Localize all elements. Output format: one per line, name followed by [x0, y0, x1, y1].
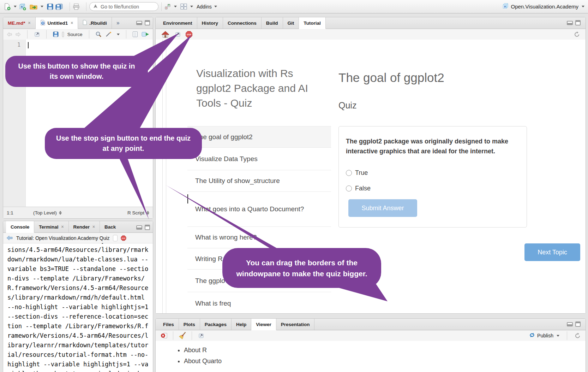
panes-layout-caret-icon[interactable]: [190, 6, 193, 7]
tab-untitled1[interactable]: R Untitled1 ×: [36, 17, 78, 29]
scope-updown-icon[interactable]: [59, 211, 62, 215]
maximize-pane-icon[interactable]: [575, 20, 581, 25]
topic-what-is-wrong[interactable]: What is wrong here?: [187, 227, 331, 248]
open-file-icon[interactable]: [30, 4, 37, 10]
maximize-pane-icon[interactable]: [145, 225, 150, 230]
viewer-clear-icon[interactable]: [161, 332, 168, 339]
topic-visualize-data-types[interactable]: Visualize Data Types: [187, 148, 331, 170]
minimize-pane-icon[interactable]: [136, 225, 142, 230]
tab-plots[interactable]: Plots: [179, 319, 200, 330]
tab-presentation[interactable]: Presentation: [276, 319, 315, 330]
tab-readme-close-icon[interactable]: ×: [28, 20, 31, 25]
tab-build[interactable]: Build: [262, 17, 283, 29]
viewer-link[interactable]: About Quarto: [184, 358, 586, 365]
tab-render[interactable]: Render ×: [69, 221, 100, 232]
tab-rbuildignore[interactable]: .Rbuildi: [78, 17, 112, 29]
tab-render-close-icon[interactable]: ×: [92, 224, 95, 229]
panes-layout-icon[interactable]: [180, 4, 187, 10]
viewer-broom-icon[interactable]: [179, 332, 186, 339]
tab-console[interactable]: Console: [6, 221, 34, 233]
tab-tutorial[interactable]: Tutorial: [299, 17, 326, 29]
save-icon[interactable]: [47, 4, 53, 10]
tab-background-jobs[interactable]: Back: [100, 221, 120, 232]
tutorial-scrollbar-track[interactable]: [162, 40, 163, 313]
tab-history[interactable]: History: [197, 17, 223, 29]
topic-quarto-document[interactable]: What goes into a Quarto Document?: [187, 192, 331, 227]
radio-true[interactable]: [346, 170, 352, 176]
tutorial-refresh-icon[interactable]: [574, 31, 580, 37]
minimize-pane-icon[interactable]: [567, 21, 573, 25]
save-doc-icon[interactable]: [53, 31, 59, 37]
tab-terminal[interactable]: Terminal ×: [34, 221, 68, 232]
console-output[interactable]: 4.5-arm64/Resources/library/rmarkdown/ls…: [3, 243, 153, 372]
tab-untitled1-close-icon[interactable]: ×: [71, 20, 73, 25]
goto-file-function-box[interactable]: [89, 2, 158, 11]
tab-viewer[interactable]: Viewer: [251, 319, 276, 330]
tab-files[interactable]: Files: [158, 319, 179, 330]
tab-git[interactable]: Git: [283, 17, 299, 29]
tutorial-popout-icon[interactable]: [174, 31, 181, 37]
minimize-pane-icon[interactable]: [136, 21, 142, 25]
maximize-pane-icon[interactable]: [575, 321, 581, 327]
new-file-icon[interactable]: [4, 3, 11, 10]
callout-stop-text: Use the stop sign button to end the quiz…: [55, 133, 191, 154]
console-line: --section-divs --reference-location=sec: [7, 312, 153, 321]
popout-editor-icon[interactable]: [34, 31, 40, 37]
project-switcher[interactable]: R Open.Visualization.Academy: [502, 3, 585, 11]
tab-background-jobs-label: Back: [104, 224, 116, 230]
console-line: highlight --variable highlightjs=1 --va: [7, 360, 153, 369]
filetype-selector[interactable]: R Script: [127, 210, 144, 215]
tab-packages[interactable]: Packages: [200, 319, 232, 330]
option-false-row[interactable]: False: [346, 185, 371, 192]
version-control-caret-icon[interactable]: [174, 6, 177, 7]
radio-false[interactable]: [346, 185, 352, 191]
save-all-icon[interactable]: [55, 4, 63, 10]
version-control-icon[interactable]: [164, 4, 171, 10]
console-line: variable bs3=TRUE --standalone --sectio: [7, 264, 153, 274]
new-file-caret-icon[interactable]: [14, 6, 17, 7]
maximize-pane-icon[interactable]: [145, 20, 150, 25]
submit-answer-button[interactable]: Submit Answer: [348, 199, 417, 217]
next-topic-button[interactable]: Next Topic: [524, 243, 580, 261]
topic-utility-show-structure[interactable]: The Utility of show_structure: [187, 170, 331, 192]
new-project-icon[interactable]: R: [19, 3, 26, 10]
goto-arrow-icon: [93, 4, 98, 10]
print-icon[interactable]: [73, 4, 80, 10]
tab-terminal-close-icon[interactable]: ×: [61, 224, 64, 229]
open-file-caret-icon[interactable]: [41, 6, 43, 7]
publish-button[interactable]: Publish: [529, 332, 559, 339]
filetype-updown-icon[interactable]: [146, 211, 149, 215]
scope-selector[interactable]: (Top Level): [33, 210, 57, 215]
tab-overflow-chevron-icon[interactable]: »: [112, 17, 124, 29]
forward-icon[interactable]: [16, 32, 21, 37]
minimize-pane-icon[interactable]: [567, 322, 573, 326]
back-icon[interactable]: [7, 32, 12, 37]
job-back-arrow-icon[interactable]: [6, 235, 13, 241]
tab-readme[interactable]: ME.md* ×: [3, 17, 36, 29]
tutorial-stop-icon[interactable]: STOP: [185, 31, 193, 38]
code-tools-caret-icon[interactable]: [117, 34, 120, 35]
tab-connections[interactable]: Connections: [223, 17, 262, 29]
job-stop-icon[interactable]: STOP: [121, 235, 126, 241]
source-on-save-checkbox[interactable]: [62, 32, 64, 37]
source-run-icon[interactable]: [142, 31, 149, 37]
find-icon[interactable]: [95, 31, 102, 37]
viewer-popout-icon[interactable]: [197, 333, 204, 339]
option-true-row[interactable]: True: [346, 169, 368, 177]
viewer-refresh-icon[interactable]: [575, 333, 581, 339]
tutorial-home-icon[interactable]: [161, 31, 169, 38]
code-tools-wand-icon[interactable]: [105, 31, 112, 37]
compile-notebook-icon[interactable]: [132, 31, 138, 37]
goto-file-function-input[interactable]: [100, 4, 154, 10]
tab-readme-label: ME.md*: [8, 20, 25, 26]
topic-goal-of-ggplot2[interactable]: The goal of ggplot2: [187, 126, 331, 148]
editor-toolbar: Source: [3, 29, 153, 40]
topic-what-is-freq[interactable]: What is freq: [187, 292, 331, 314]
topic-label: The ggplo: [195, 276, 225, 285]
tab-environment[interactable]: Environment: [158, 17, 197, 29]
tab-help[interactable]: Help: [232, 319, 251, 330]
addins-label: Addins: [197, 4, 212, 10]
viewer-link[interactable]: About R: [184, 347, 586, 354]
addins-menu[interactable]: Addins: [197, 4, 217, 10]
svg-text:STOP: STOP: [187, 34, 192, 35]
